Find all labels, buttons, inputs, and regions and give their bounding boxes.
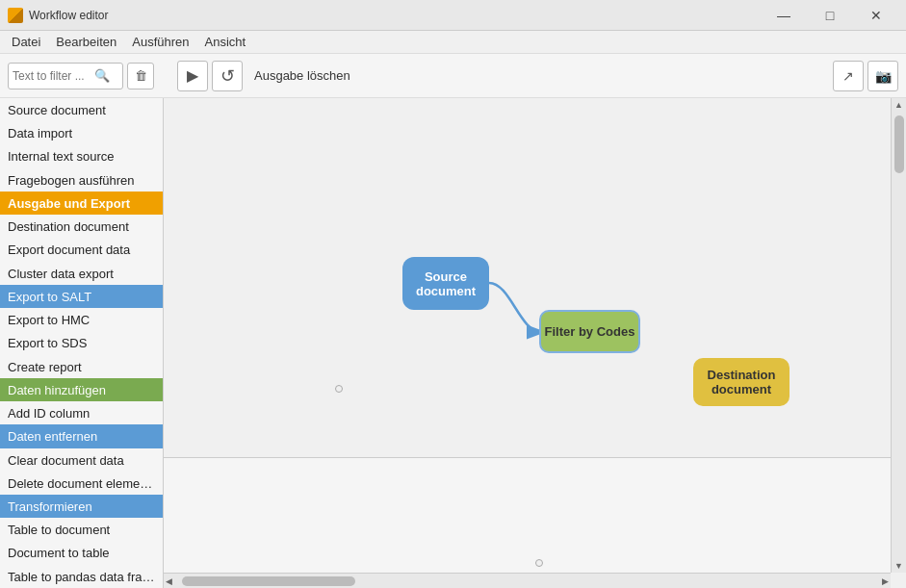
toolbar-right: ↗ 📷 [833,61,898,91]
sidebar-item-ausgabe-export[interactable]: Ausgabe und Export [0,192,163,215]
sidebar-item-export-document-data[interactable]: Export document data [0,238,163,261]
main-layout: Source document Data import Internal tex… [0,98,906,588]
play-icon: ▶ [187,66,198,85]
window-controls: — □ ✕ [762,0,898,31]
window-title: Workflow editor [29,9,762,22]
sidebar-item-internal-text-source[interactable]: Internal text source [0,144,163,167]
sidebar-item-add-id-column[interactable]: Add ID column [0,401,163,424]
maximize-button[interactable]: □ [808,0,852,31]
export-button[interactable]: ↗ [833,61,864,91]
sidebar-item-create-report[interactable]: Create report [0,355,163,378]
sidebar-item-export-hmc[interactable]: Export to HMC [0,308,163,331]
sidebar-item-source-document[interactable]: Source document [0,98,163,121]
sidebar-item-daten-hinzufugen[interactable]: Daten hinzufügen [0,378,163,401]
close-button[interactable]: ✕ [854,0,898,31]
node-filter-by-codes[interactable]: Filter by Codes [539,310,640,353]
sidebar-item-table-to-document[interactable]: Table to document [0,518,163,541]
undo-button[interactable]: ↺ [212,61,243,91]
sidebar-item-transformieren[interactable]: Transformieren [0,495,163,518]
play-button[interactable]: ▶ [177,61,208,91]
sidebar-item-export-salt[interactable]: Export to SALT [0,285,163,308]
vertical-scrollbar[interactable]: ▲ ▼ [891,98,906,573]
sidebar-item-document-to-table[interactable]: Document to table [0,541,163,564]
sidebar-item-export-sds[interactable]: Export to SDS [0,331,163,354]
screenshot-button[interactable]: 📷 [867,61,898,91]
export-icon: ↗ [842,68,854,84]
scroll-thumb-horizontal[interactable] [182,576,355,586]
title-bar: Workflow editor — □ ✕ [0,0,906,31]
menu-bar: Datei Bearbeiten Ausführen Ansicht [0,31,906,54]
sidebar-item-data-import[interactable]: Data import [0,121,163,144]
scroll-thumb-vertical[interactable] [894,115,904,173]
sidebar-item-delete-document-elements[interactable]: Delete document elements [0,472,163,495]
sidebar-item-daten-entfernen[interactable]: Daten entfernen [0,424,163,447]
filter-container: 🔍 [8,63,123,89]
scroll-down-arrow[interactable]: ▼ [893,559,905,573]
sidebar-item-fragebogen[interactable]: Fragebogen ausführen [0,168,163,192]
delete-filter-button[interactable]: 🗑 [127,63,154,89]
node-source-label: Source document [416,269,476,298]
bottom-edge-circle [535,559,543,567]
left-edge-circle [335,385,343,393]
node-destination-document[interactable]: Destination document [693,358,790,406]
filter-input[interactable] [13,69,94,83]
sidebar-item-destination-document[interactable]: Destination document [0,215,163,238]
menu-ausfuhren[interactable]: Ausführen [124,33,196,51]
scroll-up-arrow[interactable]: ▲ [893,98,905,112]
sidebar-item-clear-document-data[interactable]: Clear document data [0,448,163,472]
undo-icon: ↺ [220,65,235,87]
horizontal-scrollbar[interactable]: ◀ ▶ [164,573,891,588]
sidebar-item-cluster-data-export[interactable]: Cluster data export [0,262,163,285]
menu-ansicht[interactable]: Ansicht [197,33,254,51]
menu-datei[interactable]: Datei [4,33,48,51]
action-label: Ausgabe löschen [246,68,829,83]
node-destination-label: Destination document [708,368,776,396]
camera-icon: 📷 [875,68,892,84]
toolbar: 🔍 🗑 ▶ ↺ Ausgabe löschen ↗ 📷 [0,54,906,98]
node-source-document[interactable]: Source document [402,257,489,310]
bottom-panel [164,457,891,573]
sidebar-item-table-to-pandas[interactable]: Table to pandas data frame [0,565,163,588]
canvas: Source document Filter by Codes Destinat… [164,98,906,588]
search-icon: 🔍 [94,68,110,83]
scroll-left-arrow[interactable]: ◀ [164,575,174,588]
node-filter-label: Filter by Codes [545,324,635,339]
minimize-button[interactable]: — [762,0,806,31]
scroll-right-arrow[interactable]: ▶ [880,575,891,588]
menu-bearbeiten[interactable]: Bearbeiten [48,33,124,51]
app-icon [8,8,23,23]
trash-icon: 🗑 [135,68,147,83]
sidebar: Source document Data import Internal tex… [0,98,164,588]
